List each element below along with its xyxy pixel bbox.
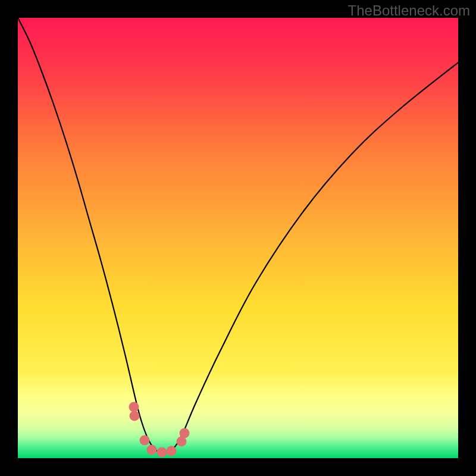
watermark-text: TheBottleneck.com [348, 2, 470, 19]
highlight-marker [147, 445, 157, 455]
chart-frame: TheBottleneck.com [0, 0, 476, 476]
plot-area [18, 18, 458, 458]
highlight-marker [140, 436, 150, 446]
highlight-marker [129, 402, 139, 412]
highlight-marker [167, 446, 177, 456]
highlight-marker [157, 447, 167, 458]
gradient-background [18, 18, 458, 458]
highlight-marker [180, 428, 190, 439]
highlight-marker [130, 411, 140, 421]
chart-svg [18, 18, 458, 458]
